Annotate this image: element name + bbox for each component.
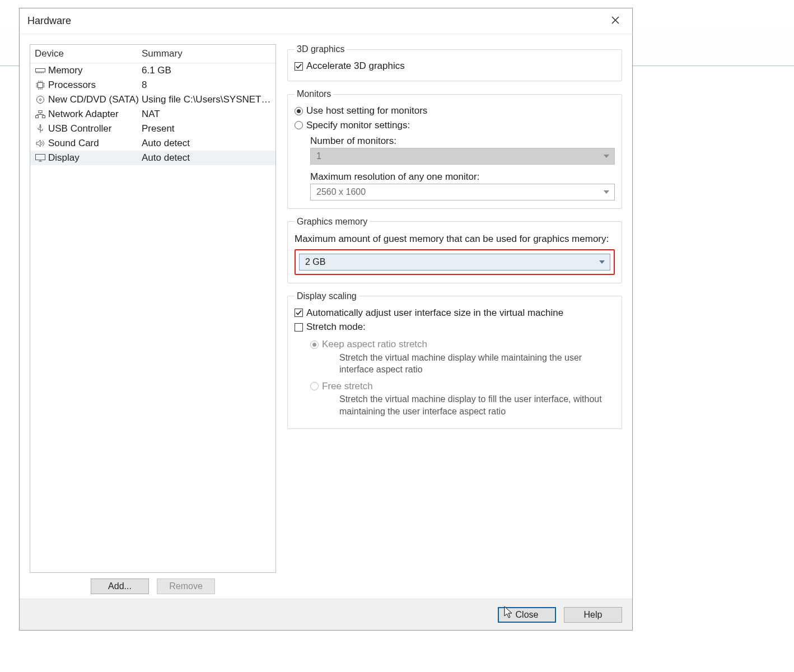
graphics-memory-highlight: 2 GB (295, 249, 615, 275)
maxres-select: 2560 x 1600 (310, 184, 615, 200)
device-summary: Auto detect (142, 152, 273, 164)
keep-aspect-label: Keep aspect ratio stretch (322, 338, 427, 350)
device-summary: Present (142, 123, 273, 134)
stretch-mode-options: Keep aspect ratio stretch Stretch the vi… (295, 334, 615, 421)
free-stretch-label: Free stretch (322, 380, 373, 392)
stretch-mode-label: Stretch mode: (306, 321, 366, 333)
device-name: New CD/DVD (SATA) (48, 94, 139, 105)
stretch-mode-checkbox[interactable] (295, 323, 303, 332)
svg-rect-8 (36, 155, 45, 160)
help-button[interactable]: Help (564, 607, 622, 623)
maxres-label: Maximum resolution of any one monitor: (310, 170, 615, 184)
monitors-specify-label: Specify monitor settings: (306, 119, 410, 131)
device-buttons: Add... Remove (30, 573, 276, 594)
device-row-processors[interactable]: Processors8 (30, 78, 275, 92)
device-summary: Using file C:\Users\SYSNETT... (142, 94, 273, 105)
memory-icon (35, 66, 46, 75)
chevron-down-icon (603, 189, 610, 195)
group-3d-graphics: 3D graphics Accelerate 3D graphics (287, 44, 622, 81)
device-name: Memory (48, 65, 82, 76)
auto-adjust-label: Automatically adjust user interface size… (306, 307, 563, 319)
device-name: USB Controller (48, 123, 111, 134)
cpu-icon (35, 81, 46, 90)
device-name: Sound Card (48, 138, 99, 149)
keep-aspect-row: Keep aspect ratio stretch (310, 337, 615, 351)
close-footer-button[interactable]: Close (498, 607, 556, 623)
titlebar: Hardware (20, 8, 632, 34)
add-device-button[interactable]: Add... (91, 578, 149, 594)
right-pane: 3D graphics Accelerate 3D graphics Monit… (287, 44, 622, 594)
group-display-scaling: Display scaling Automatically adjust use… (287, 291, 622, 429)
dialog-body: Device Summary Memory6.1 GBProcessors8Ne… (20, 34, 632, 599)
device-row-network-adapter[interactable]: Network AdapterNAT (30, 107, 275, 122)
hardware-dialog: Hardware Device Summary Memory6.1 GBProc… (19, 8, 633, 631)
col-header-summary: Summary (142, 48, 273, 59)
network-icon (35, 110, 46, 119)
device-name: Network Adapter (48, 109, 119, 120)
legend-3d-graphics: 3D graphics (295, 44, 347, 54)
svg-rect-4 (39, 111, 42, 113)
svg-point-7 (40, 124, 41, 125)
device-table-header: Device Summary (30, 45, 275, 63)
monitors-specify-block: Number of monitors: 1 Maximum resolution… (295, 132, 615, 200)
device-table[interactable]: Device Summary Memory6.1 GBProcessors8Ne… (30, 44, 276, 573)
num-monitors-value: 1 (316, 151, 321, 161)
col-header-device: Device (32, 48, 142, 59)
dialog-title: Hardware (27, 15, 604, 27)
device-row-new-cd-dvd-sata-[interactable]: New CD/DVD (SATA)Using file C:\Users\SYS… (30, 92, 275, 107)
num-monitors-select: 1 (310, 148, 615, 165)
svg-rect-0 (36, 69, 45, 72)
graphics-memory-value: 2 GB (305, 257, 325, 267)
accelerate-3d-label: Accelerate 3D graphics (306, 60, 405, 72)
left-pane: Device Summary Memory6.1 GBProcessors8Ne… (30, 44, 276, 594)
device-row-usb-controller[interactable]: USB ControllerPresent (30, 122, 275, 136)
device-name: Display (48, 152, 80, 164)
sound-icon (35, 139, 46, 148)
device-row-sound-card[interactable]: Sound CardAuto detect (30, 136, 275, 151)
device-summary: Auto detect (142, 138, 273, 149)
usb-icon (35, 124, 46, 133)
device-summary: NAT (142, 109, 273, 120)
monitors-use-host-radio[interactable] (295, 107, 303, 115)
accelerate-3d-row[interactable]: Accelerate 3D graphics (295, 59, 615, 73)
num-monitors-label: Number of monitors: (310, 132, 615, 148)
device-summary: 6.1 GB (142, 65, 273, 76)
free-stretch-radio (310, 382, 319, 390)
keep-aspect-desc: Stretch the virtual machine display whil… (310, 352, 615, 379)
svg-rect-1 (38, 83, 43, 88)
graphics-memory-select[interactable]: 2 GB (299, 254, 610, 270)
auto-adjust-row[interactable]: Automatically adjust user interface size… (295, 306, 615, 320)
svg-point-2 (37, 96, 44, 104)
dialog-footer: Close Help (20, 599, 632, 630)
free-stretch-desc: Stretch the virtual machine display to f… (310, 393, 615, 421)
chevron-down-icon (599, 259, 605, 265)
group-monitors: Monitors Use host setting for monitors S… (287, 89, 622, 209)
svg-point-3 (39, 99, 41, 100)
graphics-memory-prompt: Maximum amount of guest memory that can … (295, 231, 615, 249)
specify-monitors-row[interactable]: Specify monitor settings: (295, 118, 615, 132)
group-graphics-memory: Graphics memory Maximum amount of guest … (287, 217, 622, 283)
close-icon (611, 16, 620, 27)
chevron-down-icon (603, 153, 610, 160)
svg-rect-5 (36, 116, 39, 118)
monitors-use-host-label: Use host setting for monitors (306, 105, 427, 116)
disc-icon (35, 95, 46, 104)
legend-graphics-memory: Graphics memory (295, 217, 370, 227)
svg-rect-6 (43, 116, 45, 118)
device-row-display[interactable]: DisplayAuto detect (30, 151, 275, 165)
close-button[interactable] (604, 12, 627, 30)
legend-display-scaling: Display scaling (295, 291, 359, 301)
auto-adjust-checkbox[interactable] (295, 309, 303, 317)
display-icon (35, 153, 46, 162)
accelerate-3d-checkbox[interactable] (295, 62, 303, 71)
remove-device-button: Remove (157, 578, 215, 594)
use-host-monitors-row[interactable]: Use host setting for monitors (295, 104, 615, 118)
stretch-mode-row[interactable]: Stretch mode: (295, 320, 615, 334)
legend-monitors: Monitors (295, 89, 333, 99)
free-stretch-row: Free stretch (310, 379, 615, 393)
keep-aspect-radio (310, 340, 319, 349)
monitors-specify-radio[interactable] (295, 121, 303, 129)
maxres-value: 2560 x 1600 (316, 187, 366, 197)
device-row-memory[interactable]: Memory6.1 GB (30, 63, 275, 78)
device-summary: 8 (142, 80, 273, 91)
